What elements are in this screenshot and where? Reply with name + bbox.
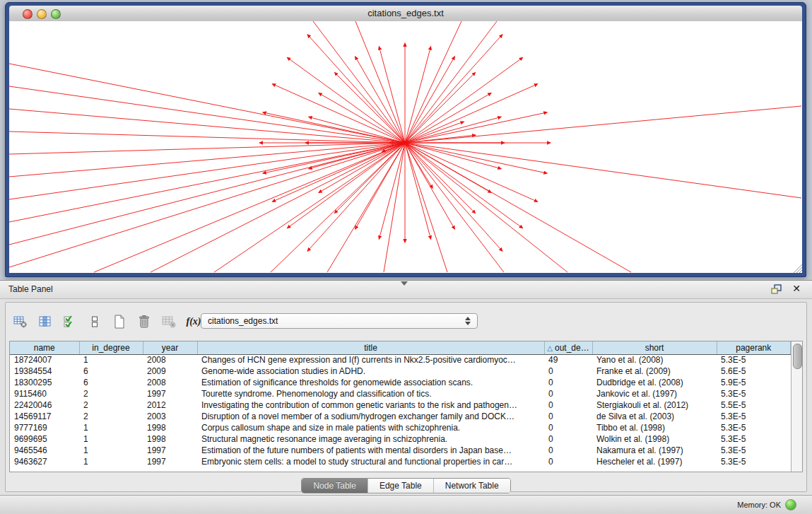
table-cell[interactable]: 1997 — [143, 456, 197, 467]
table-cell[interactable]: 18300295 — [10, 377, 79, 388]
table-cell[interactable]: Nakamura et al. (1997) — [592, 445, 717, 456]
table-cell[interactable]: 2 — [79, 399, 143, 411]
table-cell[interactable]: 0 — [544, 422, 592, 433]
table-cell[interactable]: 0 — [544, 388, 592, 399]
table-header-row[interactable]: namein_degreeyeartitle△out_de…shortpager… — [10, 341, 791, 354]
table-cell[interactable]: 2008 — [143, 377, 197, 388]
table-cell[interactable]: Estimation of the future numbers of pati… — [197, 445, 544, 456]
column-header-title[interactable]: title — [197, 341, 544, 354]
table-cell[interactable]: 5.6E-5 — [717, 366, 791, 377]
table-cell[interactable]: 0 — [544, 456, 592, 467]
table-row[interactable]: 911546021997Tourette syndrome. Phenomeno… — [10, 388, 791, 399]
column-header-name[interactable]: name — [10, 341, 79, 354]
table-cell[interactable]: 0 — [544, 433, 592, 445]
table-cell[interactable]: 14569117 — [10, 411, 79, 422]
table-cell[interactable]: 5.3E-5 — [717, 456, 791, 467]
table-row[interactable]: 2242004622012Investigating the contribut… — [10, 399, 791, 411]
table-cell[interactable]: 1 — [79, 422, 143, 433]
table-cell[interactable]: 0 — [544, 445, 592, 456]
table-cell[interactable]: 2012 — [143, 399, 197, 411]
vertical-scrollbar[interactable] — [791, 341, 802, 472]
table-cell[interactable]: 9115460 — [10, 388, 79, 399]
column-header-in_degree[interactable]: in_degree — [79, 341, 143, 354]
table-settings-button[interactable] — [11, 313, 30, 331]
node-table-grid[interactable]: namein_degreeyeartitle△out_de…shortpager… — [10, 341, 791, 472]
table-row[interactable]: 1938455462009Genome-wide association stu… — [10, 366, 791, 377]
table-cell[interactable]: 1 — [79, 456, 143, 467]
table-cell[interactable]: 9699695 — [10, 433, 79, 445]
delete-table-button[interactable] — [135, 313, 153, 331]
table-cell[interactable]: Changes of HCN gene expression and I(f) … — [197, 354, 544, 366]
table-cell[interactable]: 2 — [79, 388, 143, 399]
table-row[interactable]: 1830029562008Estimation of significance … — [10, 377, 791, 388]
table-cell[interactable]: 5.3E-5 — [717, 411, 791, 422]
select-columns-button[interactable] — [61, 313, 79, 331]
table-tab-group[interactable]: Node TableEdge TableNetwork Table — [301, 478, 510, 493]
table-cell[interactable]: de Silva et al. (2003) — [592, 411, 717, 422]
column-header-pagerank[interactable]: pagerank — [717, 341, 791, 354]
table-cell[interactable]: 6 — [79, 366, 143, 377]
table-cell[interactable]: 9777169 — [10, 422, 79, 433]
table-cell[interactable]: 18724007 — [10, 354, 79, 366]
resize-grip-icon[interactable] — [794, 264, 802, 273]
new-file-button[interactable] — [110, 313, 129, 331]
network-window-titlebar[interactable]: citations_edges.txt — [9, 6, 802, 22]
table-cell[interactable]: 2003 — [143, 411, 197, 422]
table-cell[interactable]: 6 — [79, 377, 143, 388]
table-cell[interactable]: 5.3E-5 — [717, 445, 791, 456]
table-cell[interactable]: 1998 — [143, 433, 197, 445]
table-row[interactable]: 1872400712008Changes of HCN gene express… — [10, 354, 791, 366]
table-cell[interactable]: 1997 — [143, 388, 197, 399]
table-cell[interactable]: 19384554 — [10, 366, 79, 377]
column-header-out_de[interactable]: △out_de… — [544, 341, 592, 354]
memory-status-icon[interactable] — [785, 499, 796, 510]
table-cell[interactable]: 5.5E-5 — [717, 399, 791, 411]
table-cell[interactable]: 1998 — [143, 422, 197, 433]
table-cell[interactable]: 1 — [79, 354, 143, 366]
tab-network-table[interactable]: Network Table — [434, 479, 510, 493]
table-cell[interactable]: Disruption of a novel member of a sodium… — [197, 411, 544, 422]
table-cell[interactable]: 5.3E-5 — [717, 354, 791, 366]
float-panel-icon[interactable] — [771, 284, 782, 294]
table-row[interactable]: 946554611997Estimation of the future num… — [10, 445, 791, 456]
table-cell[interactable]: Tourette syndrome. Phenomenology and cla… — [197, 388, 544, 399]
table-cell[interactable]: 0 — [544, 377, 592, 388]
table-cell[interactable]: 2008 — [143, 354, 197, 366]
table-cell[interactable]: 5.3E-5 — [717, 388, 791, 399]
table-row[interactable]: 977716911998Corpus callosum shape and si… — [10, 422, 791, 433]
table-cell[interactable]: Structural magnetic resonance image aver… — [197, 433, 544, 445]
table-cell[interactable]: Wolkin et al. (1998) — [592, 433, 717, 445]
table-cell[interactable]: 22420046 — [10, 399, 79, 411]
show-column-button[interactable] — [36, 313, 54, 331]
table-row[interactable]: 946362711997Embryonic stem cells: a mode… — [10, 456, 791, 467]
column-header-short[interactable]: short — [592, 341, 717, 354]
splitter-handle[interactable] — [401, 281, 408, 286]
table-cell[interactable]: 0 — [544, 366, 592, 377]
table-cell[interactable]: 9465546 — [10, 445, 79, 456]
tab-edge-table[interactable]: Edge Table — [368, 479, 434, 493]
table-cell[interactable]: Investigating the contribution of common… — [197, 399, 544, 411]
table-cell[interactable]: Yano et al. (2008) — [592, 354, 717, 366]
table-source-select[interactable]: citations_edges.txt — [201, 313, 478, 329]
table-cell[interactable]: 1997 — [143, 445, 197, 456]
table-cell[interactable]: Franke et al. (2009) — [592, 366, 717, 377]
table-cell[interactable]: Dudbridge et al. (2008) — [592, 377, 717, 388]
table-cell[interactable]: 5.9E-5 — [717, 377, 791, 388]
column-header-year[interactable]: year — [143, 341, 197, 354]
table-cell[interactable]: Jankovic et al. (1997) — [592, 388, 717, 399]
citation-network-graph[interactable] — [9, 21, 802, 273]
table-cell[interactable]: Hescheler et al. (1997) — [592, 456, 717, 467]
table-cell[interactable]: 5.3E-5 — [717, 433, 791, 445]
table-cell[interactable]: 2009 — [143, 366, 197, 377]
table-row[interactable]: 1456911722003Disruption of a novel membe… — [10, 411, 791, 422]
table-cell[interactable]: 5.3E-5 — [717, 422, 791, 433]
table-cell[interactable]: 1 — [79, 445, 143, 456]
table-cell[interactable]: Embryonic stem cells: a model to study s… — [197, 456, 544, 467]
table-cell[interactable]: 0 — [544, 411, 592, 422]
table-cell[interactable]: 2 — [79, 411, 143, 422]
table-cell[interactable]: Genome-wide association studies in ADHD. — [197, 366, 544, 377]
table-cell[interactable]: Tibbo et al. (1998) — [592, 422, 717, 433]
table-cell[interactable]: 1 — [79, 433, 143, 445]
scrollbar-thumb[interactable] — [793, 344, 802, 369]
table-cell[interactable]: Stergiakouli et al. (2012) — [592, 399, 717, 411]
